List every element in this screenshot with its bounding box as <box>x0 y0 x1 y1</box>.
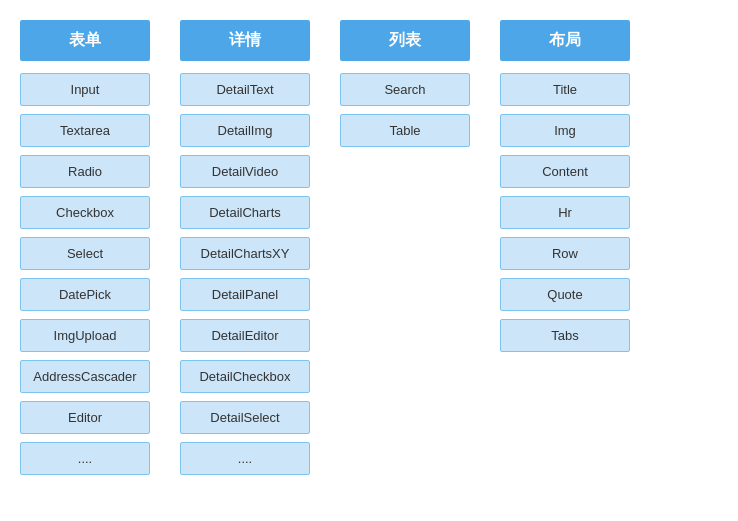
detail-column: 详情DetailTextDetailImgDetailVideoDetailCh… <box>180 20 310 475</box>
list-column-header: 列表 <box>340 20 470 61</box>
item-btn-....[interactable]: .... <box>20 442 150 475</box>
item-btn-detailcheckbox[interactable]: DetailCheckbox <box>180 360 310 393</box>
item-btn-quote[interactable]: Quote <box>500 278 630 311</box>
item-btn-....[interactable]: .... <box>180 442 310 475</box>
item-btn-search[interactable]: Search <box>340 73 470 106</box>
item-btn-hr[interactable]: Hr <box>500 196 630 229</box>
detail-column-header: 详情 <box>180 20 310 61</box>
item-btn-detailpanel[interactable]: DetailPanel <box>180 278 310 311</box>
item-btn-select[interactable]: Select <box>20 237 150 270</box>
item-btn-title[interactable]: Title <box>500 73 630 106</box>
item-btn-checkbox[interactable]: Checkbox <box>20 196 150 229</box>
item-btn-textarea[interactable]: Textarea <box>20 114 150 147</box>
item-btn-detailchartsxy[interactable]: DetailChartsXY <box>180 237 310 270</box>
form-column-header: 表单 <box>20 20 150 61</box>
list-column: 列表SearchTable <box>340 20 470 147</box>
main-grid: 表单InputTextareaRadioCheckboxSelectDatePi… <box>20 20 718 475</box>
item-btn-input[interactable]: Input <box>20 73 150 106</box>
item-btn-detailtext[interactable]: DetailText <box>180 73 310 106</box>
item-btn-detailselect[interactable]: DetailSelect <box>180 401 310 434</box>
item-btn-table[interactable]: Table <box>340 114 470 147</box>
item-btn-detailvideo[interactable]: DetailVideo <box>180 155 310 188</box>
item-btn-tabs[interactable]: Tabs <box>500 319 630 352</box>
layout-column: 布局TitleImgContentHrRowQuoteTabs <box>500 20 630 352</box>
item-btn-editor[interactable]: Editor <box>20 401 150 434</box>
item-btn-detailcharts[interactable]: DetailCharts <box>180 196 310 229</box>
item-btn-row[interactable]: Row <box>500 237 630 270</box>
item-btn-addresscascader[interactable]: AddressCascader <box>20 360 150 393</box>
item-btn-detaileditor[interactable]: DetailEditor <box>180 319 310 352</box>
item-btn-radio[interactable]: Radio <box>20 155 150 188</box>
form-column: 表单InputTextareaRadioCheckboxSelectDatePi… <box>20 20 150 475</box>
item-btn-detailimg[interactable]: DetailImg <box>180 114 310 147</box>
item-btn-content[interactable]: Content <box>500 155 630 188</box>
item-btn-datepick[interactable]: DatePick <box>20 278 150 311</box>
item-btn-imgupload[interactable]: ImgUpload <box>20 319 150 352</box>
layout-column-header: 布局 <box>500 20 630 61</box>
item-btn-img[interactable]: Img <box>500 114 630 147</box>
